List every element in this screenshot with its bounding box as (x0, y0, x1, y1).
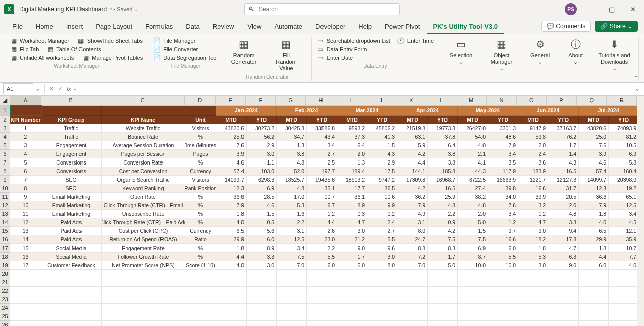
cell-G2[interactable]: MTD (277, 116, 307, 124)
cell-B8[interactable]: Conversions (41, 167, 102, 176)
cell-P10[interactable]: 31.7 (548, 184, 579, 193)
cell-K6[interactable]: 4.2 (397, 150, 428, 158)
cell-H11[interactable]: 10.7 (307, 193, 337, 201)
cell-P24[interactable] (548, 304, 579, 312)
cell-A20[interactable] (10, 270, 41, 278)
cell-J8[interactable]: 17.5 (367, 167, 397, 176)
cell-L25[interactable] (428, 312, 458, 321)
cell-M3[interactable]: 26427.0 (458, 124, 488, 133)
cell-G13[interactable]: 1.6 (277, 210, 307, 218)
ribbon-tutorials-and-downloads[interactable]: ⬇Tutorials andDownloads ⌄ (595, 37, 633, 72)
cell-C26[interactable] (102, 321, 185, 326)
cell-O16[interactable]: 18.2 (518, 235, 548, 244)
cell-B12[interactable]: Email Marketing (41, 201, 102, 210)
cell-C12[interactable]: Click-Through Rate (CTR) - Email (102, 201, 185, 210)
cell-N24[interactable] (488, 304, 518, 312)
tab-file[interactable]: File (6, 20, 29, 34)
cell-E15[interactable]: 6.5 (216, 227, 247, 235)
row-header-10[interactable]: 10 (0, 184, 10, 193)
cell-D24[interactable] (185, 304, 216, 312)
cell-B11[interactable]: Email Marketing (41, 193, 102, 201)
cell-A1[interactable]: ⌂ (10, 106, 41, 116)
cell-J26[interactable] (367, 321, 397, 326)
row-header-17[interactable]: 17 (0, 244, 10, 253)
tab-pk-s-utility-tool-v3-0[interactable]: PK's Utility Tool V3.0 (427, 20, 504, 34)
cell-F11[interactable]: 28.5 (247, 193, 277, 201)
col-header-M[interactable]: M (456, 96, 487, 106)
cell-C14[interactable]: Click-Through Rate (CTR) - Paid Ads (102, 218, 185, 227)
minimize-button[interactable]: — (584, 2, 598, 16)
cell-L5[interactable]: 6.4 (428, 141, 458, 150)
cell-N20[interactable] (488, 270, 518, 278)
cell-M11[interactable]: 38.2 (458, 193, 488, 201)
cell-K3[interactable]: 21519.8 (397, 124, 428, 133)
cell-O12[interactable]: 3.2 (518, 201, 548, 210)
cell-D13[interactable]: % (185, 210, 216, 218)
cell-A15[interactable]: 13 (10, 227, 41, 235)
cell-Q6[interactable]: 3.9 (579, 150, 609, 158)
cell-C20[interactable] (102, 270, 185, 278)
cell-L23[interactable] (428, 295, 458, 304)
cell-F12[interactable]: 4.6 (247, 201, 277, 210)
cell-R16[interactable]: 35.9 (609, 235, 637, 244)
cell-H19[interactable]: 6.0 (307, 261, 337, 270)
cell-B2[interactable]: KPI Group (41, 116, 102, 124)
cell-F10[interactable]: 6.9 (247, 184, 277, 193)
cell-M14[interactable]: 5.0 (458, 218, 488, 227)
avatar[interactable]: PS (565, 3, 577, 15)
cell-F14[interactable]: 0.5 (247, 218, 277, 227)
ribbon-data-segregation-tool[interactable]: 📄Data Segregation Tool (153, 54, 218, 61)
cell-R25[interactable] (609, 312, 637, 321)
close-button[interactable]: ✕ (626, 2, 640, 16)
cell-J6[interactable]: 4.3 (367, 150, 397, 158)
row-header-19[interactable]: 19 (0, 261, 10, 270)
tab-data[interactable]: Data (180, 20, 205, 34)
cell-Q11[interactable]: 36.6 (579, 193, 609, 201)
cell-H21[interactable] (307, 278, 337, 287)
cell-R3[interactable]: 74093.9 (609, 124, 637, 133)
cell-I7[interactable]: 1.3 (337, 158, 367, 167)
cell-J23[interactable] (367, 295, 397, 304)
cell-E26[interactable] (216, 321, 247, 326)
cell-G12[interactable]: 5.3 (277, 201, 307, 210)
cell-H3[interactable]: 33586.8 (307, 124, 337, 133)
fx-icon[interactable]: fx (67, 86, 71, 92)
cell-J17[interactable]: 9.6 (367, 244, 397, 253)
cell-I24[interactable] (337, 304, 367, 312)
cell-A10[interactable]: 8 (10, 184, 41, 193)
row-header-23[interactable]: 23 (0, 295, 10, 304)
cell-J22[interactable] (367, 287, 397, 295)
cell-F15[interactable]: 5.6 (247, 227, 277, 235)
cell-E17[interactable]: 1.8 (216, 244, 247, 253)
cell-N21[interactable] (488, 278, 518, 287)
cell-I19[interactable]: 5.0 (337, 261, 367, 270)
formula-input[interactable] (77, 83, 635, 94)
col-header-J[interactable]: J (366, 96, 396, 106)
cell-M20[interactable] (458, 270, 488, 278)
col-header-E[interactable]: E (216, 96, 246, 106)
cell-D4[interactable]: % (185, 133, 216, 141)
row-header-15[interactable]: 15 (0, 227, 10, 235)
cell-J15[interactable]: 2.7 (367, 227, 397, 235)
cell-I8[interactable]: 189.4 (337, 167, 367, 176)
cell-E10[interactable]: 12.3 (216, 184, 247, 193)
cell-N26[interactable] (488, 321, 518, 326)
row-header-6[interactable]: 6 (0, 150, 10, 158)
cell-L19[interactable]: 5.0 (428, 261, 458, 270)
cell-A6[interactable]: 4 (10, 150, 41, 158)
col-header-K[interactable]: K (396, 96, 427, 106)
cell-K21[interactable] (397, 278, 428, 287)
cell-G21[interactable] (277, 278, 307, 287)
cell-J4[interactable]: 41.3 (367, 133, 397, 141)
cell-G14[interactable]: 2.2 (277, 218, 307, 227)
cell-J7[interactable]: 2.9 (367, 158, 397, 167)
cell-R13[interactable]: 3.4 (609, 210, 637, 218)
cell-H17[interactable]: 2.2 (307, 244, 337, 253)
cell-F23[interactable] (247, 295, 277, 304)
cell-B10[interactable]: SEO (41, 184, 102, 193)
cell-I16[interactable]: 21.2 (337, 235, 367, 244)
cell-A2[interactable]: KPI Number (10, 116, 41, 124)
cell-F17[interactable]: 8.9 (247, 244, 277, 253)
cell-E11[interactable]: 36.6 (216, 193, 247, 201)
cell-M24[interactable] (458, 304, 488, 312)
